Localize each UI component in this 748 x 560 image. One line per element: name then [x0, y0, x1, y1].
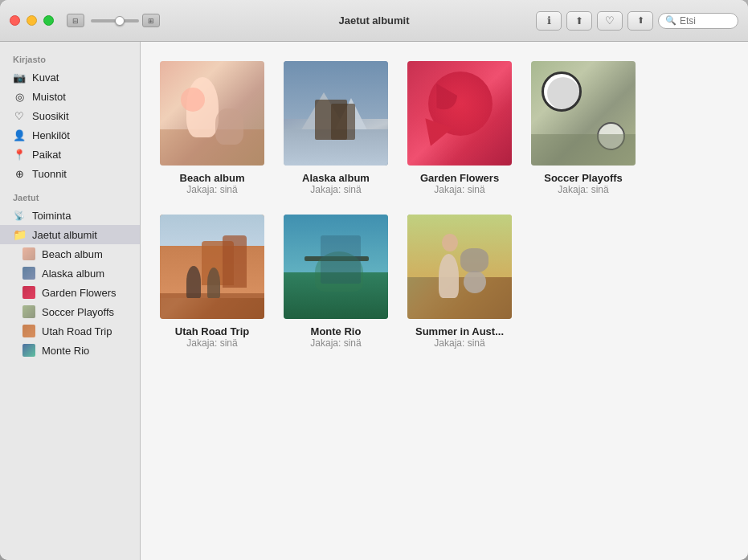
sidebar-item-jaetut-albumit-label: Jaetut albumit	[32, 229, 97, 241]
view-controls: ⊟ ⊞	[67, 14, 160, 27]
activity-icon: 📡	[13, 209, 26, 222]
maximize-button[interactable]	[43, 15, 54, 26]
album-thumb-beach	[160, 61, 264, 166]
person-button[interactable]: ⬆	[627, 11, 653, 31]
size-slider[interactable]	[91, 19, 139, 22]
sidebar-item-tuonnit-label: Tuonnit	[32, 168, 67, 180]
album-item-soccer[interactable]: Soccer Playoffs Jakaja: sinä	[531, 61, 636, 195]
sidebar-item-alaska-album[interactable]: Alaska album	[0, 264, 140, 283]
alaska-album-thumb-sm	[22, 267, 35, 280]
sidebar-item-suosikit-label: Suosikit	[32, 110, 69, 122]
sidebar-item-garden-label: Garden Flowers	[42, 287, 116, 299]
library-section-label: Kirjasto	[0, 51, 140, 67]
album-item-beach[interactable]: Beach album Jakaja: sinä	[160, 61, 264, 195]
album-subtitle-alaska: Jakaja: sinä	[310, 184, 361, 195]
traffic-lights	[10, 15, 54, 26]
album-item-utah[interactable]: Utah Road Trip Jakaja: sinä	[160, 215, 264, 349]
photo-grid: Beach album Jakaja: sinä	[160, 61, 729, 349]
sidebar-item-kuvat[interactable]: 📷 Kuvat	[0, 67, 140, 87]
album-item-alaska[interactable]: Alaska album Jakaja: sinä	[284, 61, 388, 195]
beach-photo-sim	[160, 61, 264, 166]
sidebar-item-beach-label: Beach album	[42, 248, 103, 260]
soccer-photo-sim	[531, 61, 636, 166]
sidebar-item-garden-flowers[interactable]: Garden Flowers	[0, 283, 140, 302]
album-item-summer[interactable]: Summer in Aust... Jakaja: sinä	[407, 215, 512, 349]
sidebar-item-toiminta[interactable]: 📡 Toiminta	[0, 206, 140, 225]
list-view-button[interactable]: ⊟	[67, 14, 84, 27]
album-thumb-summer	[407, 215, 512, 319]
person-icon: ⬆	[637, 15, 644, 26]
garden-photo-sim	[407, 61, 512, 166]
sidebar-item-tuonnit[interactable]: ⊕ Tuonnit	[0, 164, 140, 183]
album-title-alaska: Alaska album	[302, 172, 370, 184]
sidebar-item-soccer-playoffs[interactable]: Soccer Playoffs	[0, 302, 140, 321]
heart-icon: ♡	[605, 14, 615, 27]
sidebar-item-soccer-label: Soccer Playoffs	[42, 306, 114, 318]
album-subtitle-summer: Jakaja: sinä	[434, 337, 484, 349]
album-title-garden: Garden Flowers	[420, 172, 499, 184]
sidebar-item-beach-album[interactable]: Beach album	[0, 244, 140, 264]
album-thumb-utah	[160, 215, 264, 319]
folder-icon: 📁	[13, 228, 26, 241]
close-button[interactable]	[10, 15, 20, 26]
album-subtitle-utah: Jakaja: sinä	[186, 337, 237, 349]
search-box[interactable]: 🔍	[658, 13, 738, 29]
sidebar-item-alaska-label: Alaska album	[42, 268, 104, 280]
photos-icon: 📷	[13, 71, 26, 84]
info-icon: ℹ	[547, 14, 551, 27]
shared-section-label: Jaetut	[0, 190, 140, 206]
sidebar-item-muistot-label: Muistot	[32, 91, 66, 103]
sidebar-item-henkilot[interactable]: 👤 Henkilöt	[0, 125, 140, 145]
sidebar-item-jaetut-albumit[interactable]: 📁 Jaetut albumit	[0, 225, 140, 244]
list-view-icon: ⊟	[72, 17, 79, 25]
heart-button[interactable]: ♡	[597, 11, 623, 31]
imports-icon: ⊕	[13, 167, 26, 180]
slider-thumb	[115, 16, 125, 26]
sidebar-item-utah-label: Utah Road Trip	[42, 325, 112, 337]
sidebar-item-paikat-label: Paikat	[32, 149, 61, 161]
beach-album-thumb-sm	[22, 247, 35, 260]
album-subtitle-soccer: Jakaja: sinä	[558, 184, 608, 195]
search-input[interactable]	[680, 15, 736, 27]
album-subtitle-garden: Jakaja: sinä	[434, 184, 484, 195]
share-icon: ⬆	[575, 15, 583, 27]
grid-view-button[interactable]: ⊞	[142, 14, 160, 27]
places-icon: 📍	[13, 148, 26, 161]
sidebar-item-kuvat-label: Kuvat	[32, 72, 59, 84]
soccer-playoffs-thumb-sm	[22, 305, 35, 318]
info-button[interactable]: ℹ	[536, 11, 562, 31]
garden-flowers-thumb-sm	[22, 286, 35, 299]
album-title-monterio: Monte Rio	[311, 325, 362, 337]
sidebar-item-monte-rio[interactable]: Monte Rio	[0, 341, 140, 360]
main-window: ⊟ ⊞ Jaetut albumit ℹ ⬆ ♡ ⬆	[0, 0, 748, 560]
album-item-monterio[interactable]: Monte Rio Jakaja: sinä	[284, 215, 388, 349]
titlebar: ⊟ ⊞ Jaetut albumit ℹ ⬆ ♡ ⬆	[0, 0, 748, 42]
album-subtitle-monterio: Jakaja: sinä	[310, 337, 361, 349]
album-title-summer: Summer in Aust...	[415, 325, 504, 337]
sidebar-separator	[0, 183, 140, 190]
album-title-beach: Beach album	[180, 172, 245, 184]
window-title: Jaetut albumit	[338, 14, 409, 27]
search-icon: 🔍	[665, 15, 676, 26]
grid-view-icon: ⊞	[148, 17, 154, 25]
favorites-icon: ♡	[13, 109, 26, 122]
sidebar-item-paikat[interactable]: 📍 Paikat	[0, 145, 140, 164]
sidebar: Kirjasto 📷 Kuvat ◎ Muistot ♡ Suosikit 👤 …	[0, 42, 141, 560]
album-thumb-soccer	[531, 61, 636, 166]
sidebar-item-toiminta-label: Toiminta	[32, 210, 71, 222]
monte-rio-thumb-sm	[22, 344, 35, 357]
toolbar-right: ℹ ⬆ ♡ ⬆ 🔍	[536, 11, 738, 31]
album-subtitle-beach: Jakaja: sinä	[186, 184, 237, 195]
sidebar-item-suosikit[interactable]: ♡ Suosikit	[0, 106, 140, 125]
album-thumb-garden	[407, 61, 512, 166]
summer-photo-sim	[407, 215, 512, 319]
sidebar-item-muistot[interactable]: ◎ Muistot	[0, 87, 140, 106]
album-thumb-alaska	[284, 61, 388, 166]
minimize-button[interactable]	[27, 15, 37, 26]
album-thumb-monterio	[284, 215, 388, 319]
sidebar-item-monterio-label: Monte Rio	[42, 345, 89, 357]
memories-icon: ◎	[13, 90, 26, 103]
share-button[interactable]: ⬆	[566, 11, 592, 31]
sidebar-item-utah-road-trip[interactable]: Utah Road Trip	[0, 321, 140, 341]
album-item-garden[interactable]: Garden Flowers Jakaja: sinä	[407, 61, 512, 195]
